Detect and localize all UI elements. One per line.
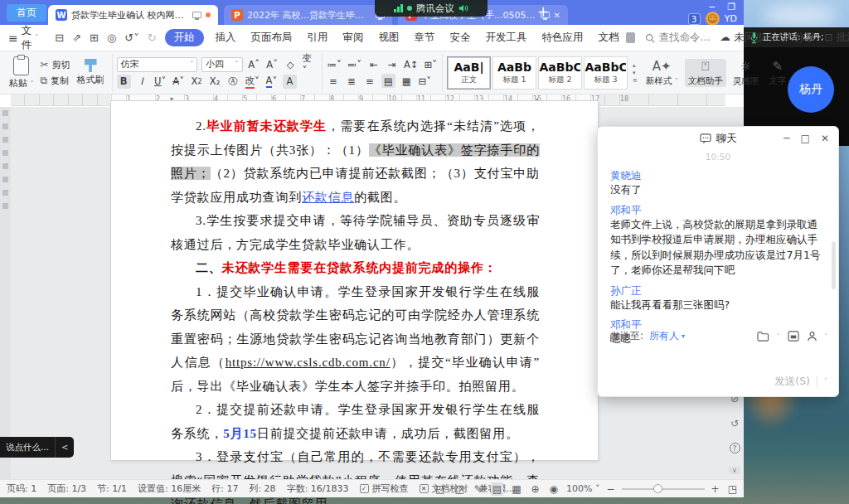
document-tab[interactable]: P2022年 高校...贷款学生毕业工作 [224, 5, 392, 25]
collapse-arrow[interactable]: < [56, 443, 74, 452]
character-shading-button[interactable]: A [283, 75, 297, 89]
distribute-button[interactable]: ▦ [400, 74, 414, 88]
menu-item-审阅[interactable]: 审阅 [340, 29, 367, 46]
copy-button[interactable]: ⧉复制 [41, 75, 70, 87]
superscript-button[interactable]: X2 [190, 75, 204, 89]
menu-item-页面布局[interactable]: 页面布局 [248, 29, 296, 46]
change-case-button[interactable]: 变˅ [302, 57, 318, 71]
doc-assistant-button[interactable]: ⍞ 文档助手 [685, 59, 726, 87]
chat-input[interactable] [610, 346, 826, 376]
align-left-button[interactable]: ≡ [327, 74, 341, 88]
document-tab[interactable]: W贷款学生毕业确认 校内网通知 [48, 5, 218, 25]
menu-item-安全[interactable]: 安全 [447, 29, 474, 46]
sync-status-button[interactable]: ☁ 未同步 ˅ [720, 31, 774, 45]
font-color-button[interactable]: A˅ [264, 75, 279, 89]
close-tab-icon[interactable]: ✕ [554, 11, 560, 20]
highlight-color-button[interactable]: 改˅ [245, 75, 260, 89]
increase-indent-button[interactable]: ⇥ [385, 57, 399, 71]
text-effects-button[interactable]: Ⓐ [226, 75, 240, 89]
underline-button[interactable]: U˅ [153, 75, 167, 89]
zoom-in-button[interactable]: + [711, 483, 720, 495]
zoom-slider-thumb[interactable] [653, 484, 662, 493]
zoom-out-button[interactable]: − [607, 483, 615, 495]
align-center-button[interactable]: ≣ [345, 74, 359, 88]
bold-button[interactable]: B [117, 75, 131, 89]
italic-button[interactable]: I [135, 75, 149, 89]
menu-item-引用[interactable]: 引用 [304, 29, 332, 46]
menu-item-章节[interactable]: 章节 [411, 29, 439, 46]
inspiration-button[interactable]: ☼ 灵感匣 [730, 59, 763, 87]
fullscreen-icon[interactable]: ◰ [434, 482, 446, 496]
style-gallery-scroll[interactable]: ▴ ▾ ≡ [631, 62, 639, 84]
send-to-select[interactable]: 所有人 [649, 329, 679, 343]
user-avatar[interactable]: ☺ [706, 12, 720, 26]
screenshot-icon[interactable] [788, 331, 799, 342]
style-preset[interactable]: AaBb标题 1 [492, 56, 536, 90]
eye-protect-icon[interactable]: ◉ [548, 482, 560, 496]
subscript-button[interactable]: X₂ [208, 75, 222, 89]
cut-button[interactable]: ✂剪切 [41, 59, 70, 71]
write-mode-icon[interactable]: ✎ [473, 482, 484, 496]
print-preview-icon[interactable]: ◎ [107, 32, 116, 44]
redo-icon[interactable]: ↻ [148, 32, 157, 44]
paste-button[interactable]: 粘贴 ˅ [6, 56, 37, 90]
tencent-meeting-badge[interactable]: 腾讯会议 [375, 0, 488, 17]
gallery-more-icon[interactable]: ≡ [633, 77, 638, 84]
page-view-icon[interactable]: ▤ [491, 482, 503, 496]
line-spacing-button[interactable]: A↕ [403, 57, 420, 71]
decrease-indent-button[interactable]: ⇤ [366, 57, 381, 71]
zoom-slider[interactable] [622, 488, 705, 490]
folder-icon[interactable] [757, 331, 769, 342]
left-sidebar-strip[interactable] [0, 107, 11, 479]
clear-format-button[interactable]: ◇ [284, 57, 298, 71]
read-mode-icon[interactable]: ◫ [453, 482, 465, 496]
chat-titlebar[interactable]: 聊天 ─ □ ✕ [598, 127, 838, 150]
web-view-icon[interactable]: ⊕ [530, 482, 541, 496]
maximize-button[interactable]: □ [801, 133, 810, 144]
chevron-down-icon[interactable]: ˅ [824, 378, 827, 385]
strikethrough-button[interactable]: A˅ [172, 75, 186, 89]
person-icon[interactable] [807, 331, 817, 342]
document-text[interactable]: 2.毕业前暂未还款学生，需要在系统内选择“未结清”选项，按提示上传图片（共3张）… [171, 114, 540, 504]
new-tab-button[interactable]: + [537, 3, 549, 20]
fit-page-icon[interactable]: ◳ [726, 482, 739, 496]
font-family-select[interactable]: 仿宋˅ [117, 57, 198, 72]
undo-icon[interactable]: ↺˅ [124, 32, 138, 44]
meeting-caption-bubble[interactable]: 说点什么... < [0, 437, 74, 458]
zoom-level[interactable]: 100% ˅ [566, 483, 599, 494]
align-right-button[interactable]: ≡ [363, 74, 377, 88]
print-icon[interactable]: ⊞ [90, 32, 99, 44]
style-preset[interactable]: AaBbC标题 2 [538, 56, 582, 90]
export-icon[interactable]: ⇗ [72, 32, 81, 44]
shrink-font-button[interactable]: Aˇ [265, 57, 279, 71]
scroll-down-arrow[interactable]: ∨ [729, 467, 740, 474]
scroll-up-icon[interactable]: ▴ [633, 62, 638, 69]
menu-item-视图[interactable]: 视图 [376, 29, 403, 46]
menu-item-特色应用[interactable]: 特色应用 [539, 29, 587, 46]
document-page[interactable]: 2.毕业前暂未还款学生，需要在系统内选择“未结清”选项，按提示上传图片（共3张）… [110, 100, 599, 461]
outline-view-icon[interactable]: ▦ [510, 482, 522, 496]
format-painter-button[interactable]: 格式刷 [74, 59, 108, 86]
shading-button[interactable]: ⊟˅ [418, 74, 432, 88]
menu-item-开发工具[interactable]: 开发工具 [483, 29, 531, 46]
new-style-button[interactable]: A✦ 新样式 ˅ [643, 59, 682, 87]
borders-button[interactable]: ⊞˅ [424, 57, 438, 71]
justify-button[interactable]: ▤ [381, 74, 395, 88]
home-tab[interactable]: 首页 [7, 4, 46, 22]
chat-scrollbar[interactable] [832, 241, 836, 289]
history-icon[interactable]: ↺ [730, 418, 739, 429]
share-button[interactable]: ⇗ 分享 [783, 31, 815, 45]
scroll-down-icon[interactable]: ▾ [633, 70, 638, 76]
save-icon[interactable]: ⊟ [55, 32, 64, 44]
menu-item-开始[interactable]: 开始 [165, 29, 204, 46]
notification-badge[interactable]: 3 [688, 13, 701, 25]
close-button[interactable]: ✕ [821, 133, 829, 144]
file-menu[interactable]: ≡ 文件 ˅ [0, 24, 45, 52]
send-button[interactable]: 发送(S) ˅ [774, 375, 827, 389]
text-tools-button[interactable]: ✎ 文字 [765, 59, 789, 87]
grow-font-button[interactable]: Aˆ [247, 57, 261, 71]
style-preset[interactable]: AaB|正文 [447, 56, 491, 90]
menu-item-插入[interactable]: 插入 [212, 29, 240, 46]
bullet-list-button[interactable]: ≔˅ [327, 57, 342, 71]
minimize-button[interactable]: ─ [784, 133, 789, 144]
